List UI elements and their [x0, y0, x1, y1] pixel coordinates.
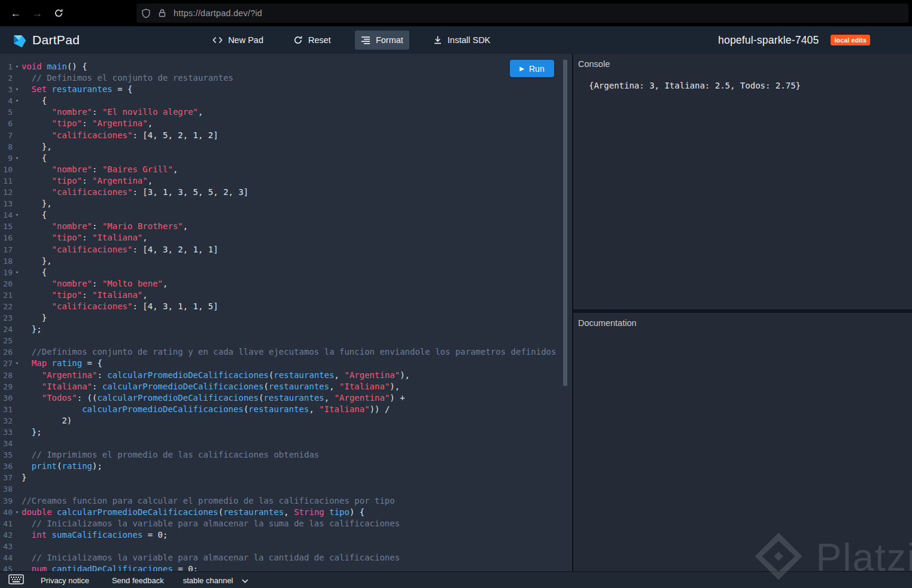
code-line[interactable]: [22, 438, 572, 449]
line-number: 2: [0, 72, 13, 84]
code-line[interactable]: "nombre": "Mario Brothers",: [22, 221, 572, 232]
code-line[interactable]: Set restaurantes = {: [22, 84, 572, 95]
keyboard-icon: [8, 574, 24, 586]
line-number: 38: [0, 483, 13, 495]
code-line[interactable]: "nombre": "Molto bene",: [22, 278, 572, 290]
shield-icon[interactable]: [141, 8, 151, 19]
code-line[interactable]: },: [22, 198, 572, 209]
fold-arrow-icon[interactable]: ▾: [13, 209, 22, 221]
code-line[interactable]: "Italiana": calcularPromedioDeCalificaci…: [22, 381, 572, 392]
pad-title: hopeful-sparkle-7405: [718, 34, 819, 47]
line-number: 21: [0, 290, 13, 301]
lock-icon[interactable]: [158, 8, 166, 18]
code-line[interactable]: // Definimos el conjunto de restaurantes: [22, 72, 572, 84]
fold-arrow-icon[interactable]: ▾: [13, 267, 22, 278]
browser-back-button[interactable]: ←: [7, 5, 24, 22]
line-number: 15: [0, 221, 13, 232]
code-line[interactable]: int sumaCalificaciones = 0;: [22, 529, 572, 541]
code-line[interactable]: };: [22, 426, 572, 438]
code-line[interactable]: "Todos": ((calcularPromedioDeCalificacio…: [22, 392, 572, 404]
new-pad-button[interactable]: New Pad: [206, 31, 269, 50]
fold-arrow-icon[interactable]: ▾: [13, 84, 22, 95]
code-editor[interactable]: 1▾23▾4▾56789▾1011121314▾1516171819▾20212…: [0, 54, 572, 571]
code-line[interactable]: },: [22, 255, 572, 267]
run-button[interactable]: ▶ Run: [510, 60, 554, 77]
code-line[interactable]: //Creamos funcion para calcular el prome…: [22, 495, 572, 507]
console-output: {Argentina: 3, Italiana: 2.5, Todos: 2.7…: [589, 81, 907, 90]
line-number: 8: [0, 141, 13, 153]
code-line[interactable]: }: [22, 472, 572, 483]
toolbar: New Pad Reset Format Install SDK: [206, 31, 496, 50]
code-line[interactable]: "tipo": "Italiana",: [22, 232, 572, 243]
line-number: 1: [0, 61, 13, 72]
run-label: Run: [529, 64, 545, 74]
editor-gutter[interactable]: 1▾23▾4▾56789▾1011121314▾1516171819▾20212…: [0, 61, 22, 571]
line-number: 45: [0, 563, 13, 571]
format-button[interactable]: Format: [355, 31, 409, 50]
app-title: DartPad: [32, 33, 80, 47]
browser-forward-button[interactable]: →: [29, 5, 45, 22]
line-number: 44: [0, 552, 13, 563]
code-line[interactable]: "tipo": "Argentina",: [22, 118, 572, 129]
code-line[interactable]: 2): [22, 415, 572, 426]
code-line[interactable]: "calificaciones": [4, 5, 2, 1, 2]: [22, 130, 572, 141]
keyboard-shortcuts-button[interactable]: [8, 574, 24, 586]
code-line[interactable]: {: [22, 95, 572, 106]
editor-scrollbar-thumb[interactable]: [563, 60, 567, 386]
line-number: 31: [0, 404, 13, 415]
browser-reload-button[interactable]: [50, 5, 67, 22]
code-line[interactable]: "nombre": "Baires Grill",: [22, 164, 572, 175]
code-line[interactable]: //Definimos conjunto de rating y en cada…: [22, 346, 572, 358]
code-line[interactable]: "tipo": "Italiana",: [22, 290, 572, 301]
channel-selector[interactable]: stable channel: [183, 576, 248, 585]
reload-icon: [54, 8, 63, 18]
code-line[interactable]: [22, 335, 572, 346]
code-line[interactable]: // Inicializamos la variable para almace…: [22, 518, 572, 529]
code-line[interactable]: {: [22, 209, 572, 221]
line-number: 23: [0, 312, 13, 324]
reset-label: Reset: [308, 35, 331, 45]
code-line[interactable]: },: [22, 141, 572, 153]
download-icon: [433, 35, 442, 45]
code-line[interactable]: "Argentina": calcularPromedioDeCalificac…: [22, 370, 572, 381]
editor-code[interactable]: void main() { // Definimos el conjunto d…: [22, 61, 572, 571]
code-line[interactable]: double calcularPromedioDeCalificaciones(…: [22, 507, 572, 518]
code-line[interactable]: num cantidadDeCalificaciones = 0;: [22, 563, 572, 571]
code-line[interactable]: void main() {: [22, 61, 572, 72]
code-line[interactable]: "calificaciones": [3, 1, 3, 5, 5, 2, 3]: [22, 187, 572, 198]
code-line[interactable]: }: [22, 312, 572, 324]
code-line[interactable]: [22, 541, 572, 552]
privacy-notice-link[interactable]: Privacy notice: [37, 575, 93, 586]
install-sdk-label: Install SDK: [448, 35, 491, 45]
code-line[interactable]: [22, 483, 572, 495]
line-number: 20: [0, 278, 13, 290]
fold-arrow-icon[interactable]: ▾: [13, 507, 22, 518]
console-panel: Console {Argentina: 3, Italiana: 2.5, To…: [573, 54, 912, 309]
line-number: 40: [0, 507, 13, 518]
code-line[interactable]: // Imprimimos el promedio de las calific…: [22, 449, 572, 461]
line-number: 19: [0, 267, 13, 278]
reset-icon: [293, 35, 303, 45]
code-line[interactable]: "nombre": "El novillo alegre",: [22, 106, 572, 118]
code-line[interactable]: "calificaciones": [4, 3, 2, 1, 1]: [22, 244, 572, 255]
fold-arrow-icon[interactable]: ▾: [13, 95, 22, 106]
documentation-title: Documentation: [578, 318, 907, 328]
code-line[interactable]: print(rating);: [22, 461, 572, 472]
code-line[interactable]: "calificaciones": [4, 3, 1, 1, 5]: [22, 301, 572, 312]
code-line[interactable]: calcularPromedioDeCalificaciones(restaur…: [22, 404, 572, 415]
code-line[interactable]: };: [22, 324, 572, 335]
install-sdk-button[interactable]: Install SDK: [427, 31, 497, 50]
reset-button[interactable]: Reset: [287, 31, 337, 50]
code-line[interactable]: // Inicializamos la variable para almace…: [22, 552, 572, 563]
code-line[interactable]: {: [22, 267, 572, 278]
fold-arrow-icon[interactable]: ▾: [13, 358, 22, 369]
send-feedback-link[interactable]: Send feedback: [108, 575, 168, 586]
code-line[interactable]: {: [22, 153, 572, 164]
fold-arrow-icon[interactable]: ▾: [13, 61, 22, 72]
line-number: 22: [0, 301, 13, 312]
code-line[interactable]: Map rating = {: [22, 358, 572, 369]
format-label: Format: [376, 35, 403, 45]
address-bar[interactable]: https://dartpad.dev/?id: [136, 4, 908, 23]
fold-arrow-icon[interactable]: ▾: [13, 153, 22, 164]
code-line[interactable]: "tipo": "Argentina",: [22, 175, 572, 187]
